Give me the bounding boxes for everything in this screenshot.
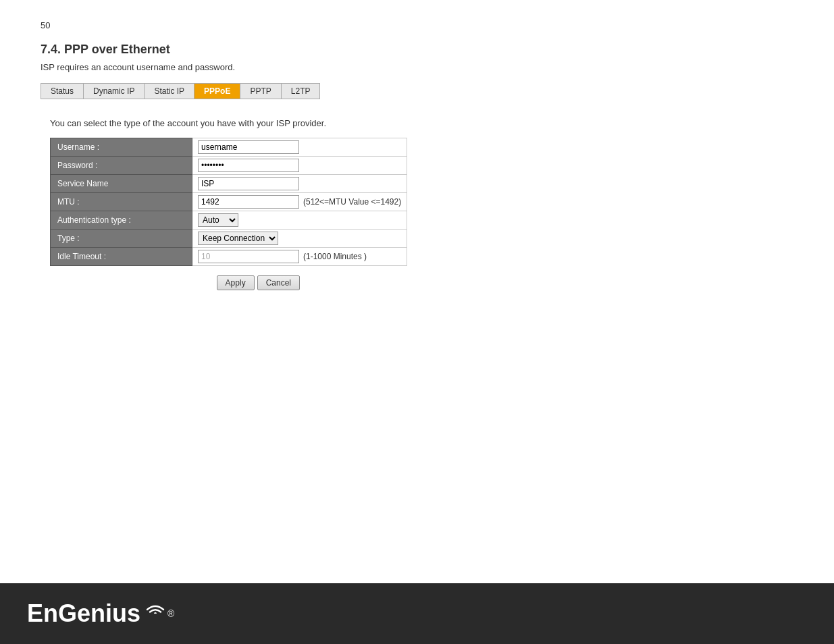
input-service-name[interactable] <box>198 177 299 190</box>
label-username: Username : <box>51 138 192 157</box>
nav-tab-static-ip[interactable]: Static IP <box>145 84 194 99</box>
label-service-name: Service Name <box>51 175 192 193</box>
input-cell-service-name <box>192 175 407 193</box>
label-type: Type : <box>51 230 192 248</box>
label-mtu: MTU : <box>51 193 192 211</box>
nav-tab-pptp[interactable]: PPTP <box>240 84 281 99</box>
label-auth-type: Authentication type : <box>51 211 192 230</box>
section-desc: ISP requires an account username and pas… <box>41 62 793 72</box>
label-password: Password : <box>51 157 192 175</box>
nav-tabs: StatusDynamic IPStatic IPPPPoEPPTPL2TP <box>41 83 320 99</box>
brand-logo: EnGenius ® <box>27 599 174 628</box>
button-row: Apply Cancel <box>50 275 300 290</box>
input-mtu[interactable] <box>198 195 299 209</box>
apply-button[interactable]: Apply <box>217 275 255 290</box>
form-table: Username :Password :Service NameMTU :(51… <box>50 138 407 266</box>
select-auth-type[interactable]: AutoPAPCHAP <box>198 213 238 227</box>
cancel-button[interactable]: Cancel <box>257 275 300 290</box>
input-cell-username <box>192 138 407 157</box>
input-username[interactable] <box>198 140 299 154</box>
page-number: 50 <box>41 20 793 30</box>
nav-tab-l2tp[interactable]: L2TP <box>282 84 320 99</box>
section-title: 7.4. PPP over Ethernet <box>41 43 793 57</box>
brand-name: EnGenius <box>27 599 140 628</box>
nav-tab-pppoe[interactable]: PPPoE <box>194 84 240 99</box>
form-description: You can select the type of the account y… <box>50 118 793 128</box>
trademark: ® <box>167 608 174 619</box>
input-cell-mtu: (512<=MTU Value <=1492) <box>192 193 407 211</box>
input-cell-type: Keep ConnectionOn DemandManual <box>192 230 407 248</box>
input-password[interactable] <box>198 159 299 172</box>
input-cell-idle-timeout: (1-1000 Minutes ) <box>192 248 407 266</box>
hint-idle-timeout: (1-1000 Minutes ) <box>303 252 367 261</box>
nav-tab-status[interactable]: Status <box>41 84 84 99</box>
hint-mtu: (512<=MTU Value <=1492) <box>303 197 401 207</box>
select-type[interactable]: Keep ConnectionOn DemandManual <box>198 232 278 245</box>
input-cell-password <box>192 157 407 175</box>
nav-tab-dynamic-ip[interactable]: Dynamic IP <box>84 84 145 99</box>
input-cell-auth-type: AutoPAPCHAP <box>192 211 407 230</box>
svg-point-0 <box>154 612 157 614</box>
input-idle-timeout[interactable] <box>198 250 299 263</box>
label-idle-timeout: Idle Timeout : <box>51 248 192 266</box>
wifi-icon <box>146 600 165 614</box>
footer: EnGenius ® <box>0 583 834 644</box>
